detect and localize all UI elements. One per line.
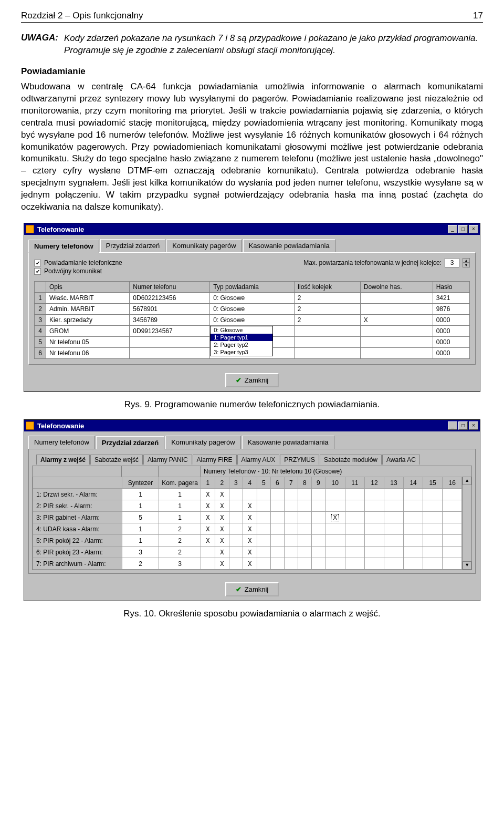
- cell-mark[interactable]: [311, 512, 325, 523]
- cell-pager[interactable]: 2: [159, 523, 201, 535]
- cell-numer[interactable]: 0D6022123456: [130, 293, 210, 304]
- dropdown-option[interactable]: 2: Pager typ2: [211, 341, 272, 348]
- cell-mark[interactable]: [298, 558, 311, 570]
- cell-opis[interactable]: Nr telefonu 06: [46, 348, 130, 359]
- cell-mark[interactable]: [384, 489, 403, 500]
- cell-mark[interactable]: [443, 547, 462, 558]
- cell-mark[interactable]: [345, 512, 364, 523]
- cell-mark[interactable]: [384, 547, 403, 558]
- cell-mark[interactable]: X: [201, 500, 215, 512]
- cell-mark[interactable]: X: [215, 489, 229, 500]
- cell-mark[interactable]: [270, 535, 284, 547]
- cell-mark[interactable]: X: [201, 535, 215, 547]
- cell-mark[interactable]: X: [243, 500, 257, 512]
- cell-mark[interactable]: [423, 523, 443, 535]
- cell-mark[interactable]: X: [215, 512, 229, 523]
- cell-mark[interactable]: [404, 512, 423, 523]
- cell-opis[interactable]: Admin. MARBIT: [46, 304, 130, 315]
- cell-mark[interactable]: [298, 523, 311, 535]
- cell-mark[interactable]: [257, 500, 270, 512]
- subtab[interactable]: Alarmy z wejść: [36, 455, 90, 465]
- cell-typ[interactable]: 0: Głosowe: [210, 315, 294, 326]
- cell-mark[interactable]: [423, 512, 443, 523]
- titlebar[interactable]: Telefonowanie _ □ ×: [24, 420, 480, 431]
- cell-mark[interactable]: [270, 500, 284, 512]
- cell-mark[interactable]: [229, 535, 243, 547]
- cell-syntezer[interactable]: 1: [122, 500, 159, 512]
- cell-mark[interactable]: [229, 523, 243, 535]
- table-row[interactable]: 4GROM0D9912345670: Głosowe1: Pager typ12…: [35, 326, 470, 337]
- table-row[interactable]: 2: PIR sekr. - Alarm:11XXX: [33, 500, 462, 512]
- cell-mark[interactable]: [311, 547, 325, 558]
- cell-dowolne[interactable]: [360, 326, 433, 337]
- cell-syntezer[interactable]: 2: [122, 558, 159, 570]
- cell-mark[interactable]: [443, 558, 462, 570]
- close-button[interactable]: ×: [469, 225, 478, 233]
- cell-mark[interactable]: [325, 500, 345, 512]
- cell-mark[interactable]: [284, 523, 298, 535]
- cell-mark[interactable]: [345, 547, 364, 558]
- cell-haslo[interactable]: 0000: [433, 348, 469, 359]
- cell-mark[interactable]: [443, 535, 462, 547]
- vertical-scrollbar[interactable]: ▲ ▼: [462, 477, 471, 570]
- cell-pager[interactable]: 3: [159, 558, 201, 570]
- cell-kolejek[interactable]: 2: [294, 293, 360, 304]
- cell-mark[interactable]: [284, 489, 298, 500]
- cell-numer[interactable]: [130, 337, 210, 348]
- cell-mark[interactable]: [229, 558, 243, 570]
- cell-mark[interactable]: [311, 535, 325, 547]
- cell-syntezer[interactable]: 3: [122, 547, 159, 558]
- tab-numery[interactable]: Numery telefonów: [28, 240, 99, 253]
- tab-komunikaty[interactable]: Komunikaty pagerów: [165, 436, 240, 449]
- dropdown-list[interactable]: 0: Głosowe1: Pager typ12: Pager typ23: P…: [210, 326, 273, 356]
- cell-mark[interactable]: [311, 500, 325, 512]
- table-row[interactable]: 4: UDAR kasa - Alarm:12XXX: [33, 523, 462, 535]
- minimize-button[interactable]: _: [448, 225, 457, 233]
- cell-mark[interactable]: [325, 558, 345, 570]
- tab-przydzial[interactable]: Przydział zdarzeń: [96, 436, 164, 449]
- tab-przydzial[interactable]: Przydział zdarzeń: [100, 239, 166, 252]
- cell-mark[interactable]: [270, 512, 284, 523]
- cell-mark[interactable]: [311, 489, 325, 500]
- cell-mark[interactable]: [384, 558, 403, 570]
- cell-mark[interactable]: [443, 512, 462, 523]
- subtab[interactable]: Alarmy AUX: [237, 455, 280, 465]
- dropdown-option[interactable]: 0: Głosowe: [211, 326, 272, 334]
- maximize-button[interactable]: □: [458, 225, 468, 233]
- cell-mark[interactable]: [443, 523, 462, 535]
- spin-up-icon[interactable]: ▲: [463, 258, 470, 263]
- cell-mark[interactable]: [384, 523, 403, 535]
- cell-numer[interactable]: 0D991234567: [130, 326, 210, 337]
- table-row[interactable]: 3Kier. sprzedaży34567890: Głosowe2X0000: [35, 315, 470, 326]
- cell-mark[interactable]: [404, 558, 423, 570]
- cell-mark[interactable]: [325, 489, 345, 500]
- cell-typ[interactable]: 0: Głosowe: [210, 304, 294, 315]
- cell-haslo[interactable]: 0000: [433, 326, 469, 337]
- cell-mark[interactable]: X: [215, 547, 229, 558]
- table-row[interactable]: 6: PIR pokój 23 - Alarm:32XX: [33, 547, 462, 558]
- cell-kolejek[interactable]: 2: [294, 315, 360, 326]
- cell-opis[interactable]: Właśc. MARBIT: [46, 293, 130, 304]
- checkbox-powiadamianie[interactable]: ✔: [34, 260, 41, 266]
- cell-opis[interactable]: Kier. sprzedaży: [46, 315, 130, 326]
- cell-mark[interactable]: [270, 558, 284, 570]
- cell-haslo[interactable]: 9876: [433, 304, 469, 315]
- cell-pager[interactable]: 2: [159, 535, 201, 547]
- tab-kasowanie[interactable]: Kasowanie powiadamiania: [243, 239, 335, 252]
- cell-mark[interactable]: [325, 535, 345, 547]
- cell-mark[interactable]: [345, 523, 364, 535]
- cell-pager[interactable]: 1: [159, 512, 201, 523]
- cell-mark[interactable]: [345, 558, 364, 570]
- cell-haslo[interactable]: 0000: [433, 337, 469, 348]
- cell-pager[interactable]: 1: [159, 500, 201, 512]
- subtab[interactable]: Sabotaże modułów: [320, 455, 382, 465]
- cell-mark[interactable]: [257, 547, 270, 558]
- checkbox-podwojny[interactable]: ✔: [34, 268, 41, 275]
- table-row[interactable]: 1Właśc. MARBIT0D60221234560: Głosowe2342…: [35, 293, 470, 304]
- cell-mark[interactable]: [384, 512, 403, 523]
- cell-syntezer[interactable]: 1: [122, 523, 159, 535]
- cell-mark[interactable]: [325, 547, 345, 558]
- cell-opis[interactable]: GROM: [46, 326, 130, 337]
- table-row[interactable]: 1: Drzwi sekr. - Alarm:11XX: [33, 489, 462, 500]
- cell-mark[interactable]: [404, 523, 423, 535]
